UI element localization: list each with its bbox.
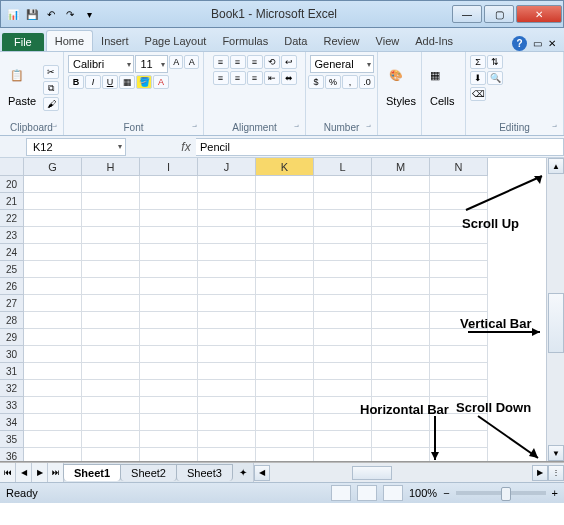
cell[interactable]	[430, 363, 488, 380]
zoom-level[interactable]: 100%	[409, 487, 437, 499]
cell[interactable]	[198, 414, 256, 431]
cell[interactable]	[256, 397, 314, 414]
name-box[interactable]: K12	[26, 138, 126, 156]
cell[interactable]	[140, 431, 198, 448]
cell[interactable]	[140, 210, 198, 227]
cell[interactable]	[372, 193, 430, 210]
close-button[interactable]: ✕	[516, 5, 562, 23]
cell[interactable]	[430, 414, 488, 431]
col-header-K[interactable]: K	[256, 158, 314, 176]
cell[interactable]	[430, 244, 488, 261]
cell[interactable]	[198, 312, 256, 329]
cell[interactable]	[372, 295, 430, 312]
font-size-combo[interactable]: 11	[135, 55, 167, 73]
styles-button[interactable]: 🎨 Styles	[382, 67, 420, 109]
page-break-view-icon[interactable]	[383, 485, 403, 501]
autosum-icon[interactable]: Σ	[470, 55, 486, 69]
col-header-L[interactable]: L	[314, 158, 372, 176]
cell[interactable]	[372, 312, 430, 329]
align-top-icon[interactable]: ≡	[213, 55, 229, 69]
cell[interactable]	[256, 431, 314, 448]
cell[interactable]	[24, 210, 82, 227]
cell[interactable]	[314, 193, 372, 210]
col-header-I[interactable]: I	[140, 158, 198, 176]
cell[interactable]	[82, 431, 140, 448]
cell[interactable]	[198, 261, 256, 278]
cell[interactable]	[198, 227, 256, 244]
cell[interactable]	[372, 261, 430, 278]
cell[interactable]	[430, 278, 488, 295]
cell[interactable]	[82, 176, 140, 193]
cell[interactable]	[140, 329, 198, 346]
cell[interactable]	[372, 278, 430, 295]
fill-color-icon[interactable]: 🪣	[136, 75, 152, 89]
tab-addins[interactable]: Add-Ins	[407, 31, 461, 51]
cell[interactable]	[24, 431, 82, 448]
row-header-36[interactable]: 36	[0, 448, 24, 462]
cell[interactable]	[140, 278, 198, 295]
cell[interactable]	[430, 346, 488, 363]
vertical-scrollbar[interactable]: ▲ ▼	[546, 158, 564, 461]
split-handle[interactable]: ⋮	[548, 465, 564, 481]
maximize-button[interactable]: ▢	[484, 5, 514, 23]
cell[interactable]	[430, 431, 488, 448]
cell[interactable]	[372, 346, 430, 363]
row-header-32[interactable]: 32	[0, 380, 24, 397]
new-sheet-icon[interactable]: ✦	[233, 463, 253, 482]
cell[interactable]	[372, 176, 430, 193]
tab-view[interactable]: View	[368, 31, 408, 51]
undo-icon[interactable]: ↶	[43, 6, 59, 22]
cell[interactable]	[256, 176, 314, 193]
cell[interactable]	[314, 380, 372, 397]
cell[interactable]	[24, 278, 82, 295]
cell[interactable]	[82, 397, 140, 414]
cell[interactable]	[82, 448, 140, 462]
cell[interactable]	[82, 329, 140, 346]
cell[interactable]	[256, 329, 314, 346]
cell[interactable]	[82, 295, 140, 312]
cell[interactable]	[430, 176, 488, 193]
cell[interactable]	[430, 448, 488, 462]
cell[interactable]	[140, 363, 198, 380]
align-center-icon[interactable]: ≡	[230, 71, 246, 85]
align-left-icon[interactable]: ≡	[213, 71, 229, 85]
row-header-24[interactable]: 24	[0, 244, 24, 261]
redo-icon[interactable]: ↷	[62, 6, 78, 22]
cell[interactable]	[82, 414, 140, 431]
sheet-tab-1[interactable]: Sheet1	[63, 464, 121, 481]
cell[interactable]	[198, 210, 256, 227]
cell[interactable]	[314, 210, 372, 227]
cell[interactable]	[140, 227, 198, 244]
cell[interactable]	[430, 397, 488, 414]
number-format-combo[interactable]: General	[310, 55, 374, 73]
col-header-N[interactable]: N	[430, 158, 488, 176]
scroll-right-button[interactable]: ▶	[532, 465, 548, 481]
row-header-20[interactable]: 20	[0, 176, 24, 193]
tab-page-layout[interactable]: Page Layout	[137, 31, 215, 51]
sheet-nav-prev[interactable]: ◀	[16, 463, 32, 482]
cell[interactable]	[82, 193, 140, 210]
row-header-26[interactable]: 26	[0, 278, 24, 295]
cell[interactable]	[24, 295, 82, 312]
tab-formulas[interactable]: Formulas	[214, 31, 276, 51]
sheet-nav-first[interactable]: ⏮	[0, 463, 16, 482]
row-header-21[interactable]: 21	[0, 193, 24, 210]
cell[interactable]	[198, 176, 256, 193]
cell[interactable]	[372, 414, 430, 431]
cell[interactable]	[198, 380, 256, 397]
zoom-out-icon[interactable]: −	[443, 487, 449, 499]
cell[interactable]	[140, 414, 198, 431]
cell[interactable]	[140, 380, 198, 397]
sheet-nav-next[interactable]: ▶	[32, 463, 48, 482]
cell[interactable]	[256, 380, 314, 397]
cell[interactable]	[372, 397, 430, 414]
cell[interactable]	[372, 431, 430, 448]
shrink-font-icon[interactable]: A	[184, 55, 199, 69]
cell[interactable]	[198, 329, 256, 346]
find-select-icon[interactable]: 🔍	[487, 71, 503, 85]
cell[interactable]	[314, 448, 372, 462]
cell[interactable]	[140, 244, 198, 261]
percent-icon[interactable]: %	[325, 75, 341, 89]
cell[interactable]	[198, 244, 256, 261]
wrap-text-icon[interactable]: ↩	[281, 55, 297, 69]
